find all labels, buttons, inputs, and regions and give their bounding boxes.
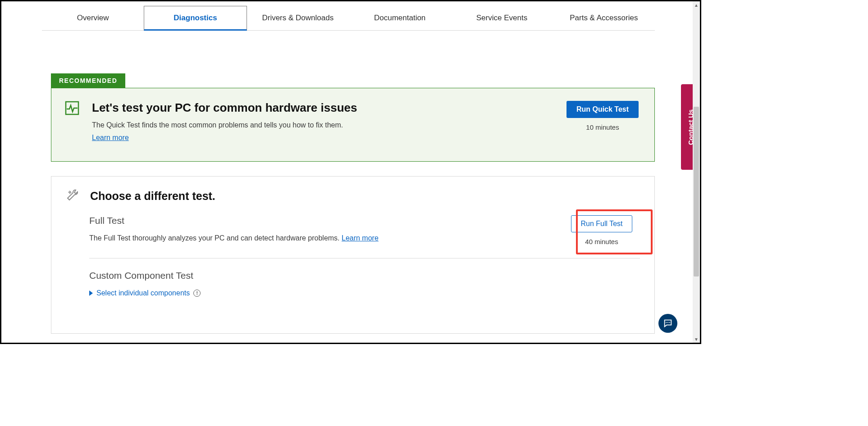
chat-icon bbox=[663, 318, 673, 328]
tab-diagnostics[interactable]: Diagnostics bbox=[144, 6, 247, 31]
scroll-track[interactable] bbox=[693, 9, 700, 335]
full-test-description: The Full Test thoroughly analyzes your P… bbox=[89, 234, 563, 242]
quick-test-body: Let's test your PC for common hardware i… bbox=[92, 101, 564, 149]
tab-service-events[interactable]: Service Events bbox=[451, 6, 553, 30]
tab-overview[interactable]: Overview bbox=[42, 6, 144, 30]
scroll-up-button[interactable]: ▲ bbox=[693, 1, 700, 9]
scroll-thumb[interactable] bbox=[694, 107, 699, 277]
quick-test-title: Let's test your PC for common hardware i… bbox=[92, 101, 564, 115]
scroll-down-button[interactable]: ▼ bbox=[693, 335, 700, 343]
full-test-body: Full Test The Full Test thoroughly analy… bbox=[89, 215, 563, 242]
quick-test-learn-more-link[interactable]: Learn more bbox=[92, 134, 129, 141]
select-individual-components-link[interactable]: Select individual components bbox=[96, 289, 190, 297]
full-test-title: Full Test bbox=[89, 215, 563, 226]
vertical-scrollbar[interactable]: ▲ ▼ bbox=[693, 1, 700, 343]
full-test-learn-more-link[interactable]: Learn more bbox=[342, 234, 379, 242]
tab-drivers-downloads[interactable]: Drivers & Downloads bbox=[247, 6, 349, 30]
custom-component-test-title: Custom Component Test bbox=[89, 270, 640, 281]
full-test-row: Full Test The Full Test thoroughly analy… bbox=[89, 215, 640, 258]
full-test-description-text: The Full Test thoroughly analyzes your P… bbox=[89, 234, 342, 242]
heartbeat-icon bbox=[65, 101, 85, 121]
run-full-test-button[interactable]: Run Full Test bbox=[571, 215, 632, 232]
tab-parts-accessories[interactable]: Parts & Accessories bbox=[553, 6, 655, 30]
support-tabs: Overview Diagnostics Drivers & Downloads… bbox=[42, 6, 655, 31]
tab-documentation[interactable]: Documentation bbox=[349, 6, 451, 30]
quick-test-description: The Quick Test finds the most common pro… bbox=[92, 121, 564, 129]
info-icon[interactable]: ! bbox=[193, 290, 201, 297]
quick-test-duration: 10 minutes bbox=[586, 123, 619, 131]
alt-tests-panel: Choose a different test. Full Test The F… bbox=[51, 176, 655, 334]
chevron-right-icon bbox=[89, 290, 93, 296]
quick-test-actions: Run Quick Test 10 minutes bbox=[564, 101, 641, 149]
recommended-badge: RECOMMENDED bbox=[51, 73, 125, 88]
chat-button[interactable] bbox=[658, 314, 677, 333]
alt-tests-header: Choose a different test. bbox=[66, 188, 640, 204]
tools-icon bbox=[66, 188, 81, 204]
full-test-actions: Run Full Test 40 minutes bbox=[563, 215, 640, 245]
custom-component-link-row: Select individual components ! bbox=[89, 289, 640, 297]
alt-tests-title: Choose a different test. bbox=[90, 190, 215, 203]
quick-test-panel: Let's test your PC for common hardware i… bbox=[51, 88, 655, 162]
custom-component-test: Custom Component Test Select individual … bbox=[89, 270, 640, 297]
full-test-duration: 40 minutes bbox=[585, 238, 618, 245]
run-quick-test-button[interactable]: Run Quick Test bbox=[566, 101, 639, 118]
